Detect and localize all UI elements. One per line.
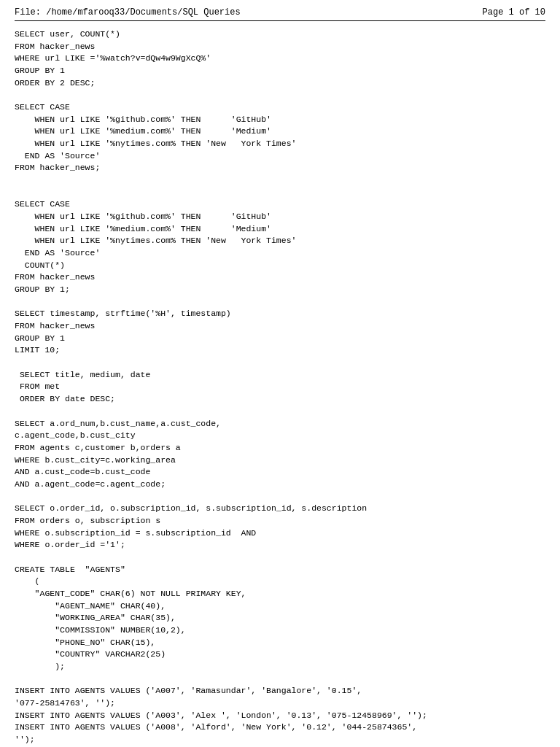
page-container: File: /home/mfarooq33/Documents/SQL Quer… (0, 0, 560, 747)
page-number: Page 1 of 10 (483, 7, 545, 18)
sql-code-block: SELECT user, COUNT(*) FROM hacker_news W… (15, 28, 545, 747)
page-header: File: /home/mfarooq33/Documents/SQL Quer… (15, 7, 545, 21)
file-path: File: /home/mfarooq33/Documents/SQL Quer… (15, 7, 241, 18)
